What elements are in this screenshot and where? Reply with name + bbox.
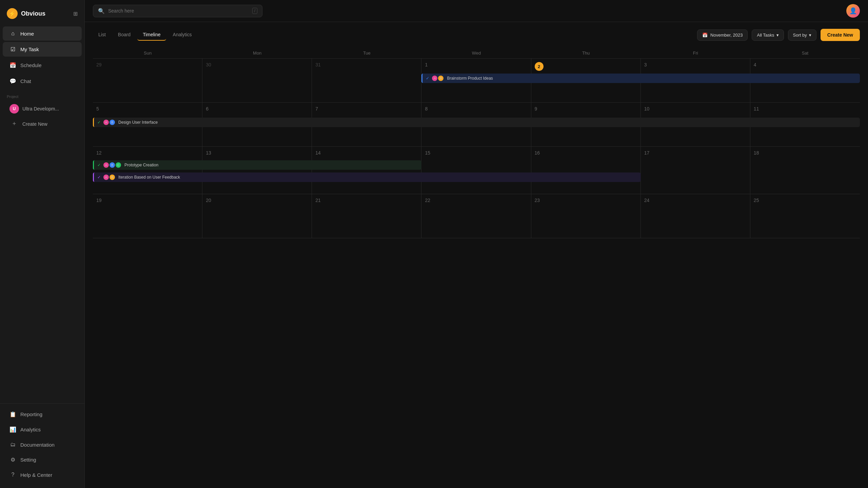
documentation-icon: 🗂 <box>9 442 16 448</box>
project-ultra-dev[interactable]: U Ultra Developm... <box>3 101 82 117</box>
sidebar-item-label: My Task <box>20 46 39 52</box>
sort-button[interactable]: Sort by ▾ <box>788 29 816 41</box>
week-row-4: 19 20 21 22 23 24 25 <box>93 194 860 238</box>
tab-list[interactable]: List <box>93 29 111 41</box>
sidebar-item-documentation[interactable]: 🗂 Documentation <box>3 438 82 452</box>
help-icon: ? <box>9 472 16 478</box>
date-17: 17 <box>644 150 747 156</box>
date-6: 6 <box>206 106 308 111</box>
avatar-2: B <box>438 76 443 81</box>
tab-analytics[interactable]: Analytics <box>167 29 197 41</box>
chat-icon: 💬 <box>9 78 16 84</box>
task-avatars: A B <box>432 76 444 81</box>
week-cell-14: 14 <box>312 147 421 194</box>
week-row-1: 29 30 31 1 2 3 <box>93 59 860 103</box>
create-new-project-button[interactable]: + Create New <box>3 117 82 131</box>
calendar: Sun Mon Tue Wed Thu Fri Sat 29 30 31 <box>93 48 860 481</box>
avatar-2: B <box>110 175 115 180</box>
toolbar: List Board Timeline Analytics 📅 November… <box>93 29 860 41</box>
day-header-fri: Fri <box>641 48 750 58</box>
sidebar-toggle[interactable]: ⊞ <box>73 11 78 17</box>
date-24: 24 <box>644 198 747 203</box>
project-name: Ultra Developm... <box>22 106 59 111</box>
sidebar-item-setting[interactable]: ⚙ Setting <box>3 452 82 467</box>
date-13: 13 <box>206 150 308 156</box>
sidebar-item-chat[interactable]: 💬 Chat <box>3 74 82 88</box>
date-16: 16 <box>535 150 637 156</box>
search-box[interactable]: 🔍 / <box>93 5 262 17</box>
task-check-icon: ✓ <box>426 76 429 81</box>
app-name: Obvious <box>21 10 45 17</box>
tab-board[interactable]: Board <box>113 29 136 41</box>
topbar: 🔍 / 👤 <box>85 0 868 22</box>
filter-button[interactable]: All Tasks ▾ <box>752 29 784 41</box>
week-cell-13: 13 <box>202 147 312 194</box>
calendar-header: Sun Mon Tue Wed Thu Fri Sat <box>93 48 860 59</box>
date-4: 4 <box>754 62 856 67</box>
sidebar-item-analytics[interactable]: 📊 Analytics <box>3 422 82 437</box>
sidebar-item-help[interactable]: ? Help & Center <box>3 468 82 482</box>
task-check-icon: ✓ <box>97 175 101 180</box>
date-2-today: 2 <box>535 62 544 71</box>
avatar-image: 👤 <box>846 4 860 18</box>
sidebar-item-label: Chat <box>20 78 31 84</box>
main-content: 🔍 / 👤 List Board Timeline Analytics 📅 No… <box>85 0 868 488</box>
week-row-3: 12 13 14 15 16 17 18 <box>93 147 860 194</box>
filter-label: All Tasks <box>757 33 774 38</box>
task-brainstorm[interactable]: ✓ A B Brainstorm Product Ideas <box>421 74 860 83</box>
task-iteration[interactable]: ✓ A B Iteration Based on User Feedback <box>93 172 641 182</box>
search-icon: 🔍 <box>98 8 105 14</box>
avatar-1: A <box>103 162 109 168</box>
week-cell-17: 17 <box>641 147 750 194</box>
day-header-tue: Tue <box>312 48 421 58</box>
calendar-icon: 📅 <box>702 33 708 38</box>
task-prototype[interactable]: ✓ A B C Prototype Creation <box>93 160 421 170</box>
search-input[interactable] <box>108 8 249 14</box>
content-area: List Board Timeline Analytics 📅 November… <box>85 22 868 488</box>
avatar-2: B <box>110 162 115 168</box>
day-header-mon: Mon <box>202 48 312 58</box>
date-picker-button[interactable]: 📅 November, 2023 <box>697 29 748 41</box>
task-avatars: A B <box>103 120 116 125</box>
chevron-down-icon: ▾ <box>809 33 811 38</box>
avatar-1: A <box>103 175 109 180</box>
task-avatars: A B <box>103 175 116 180</box>
date-label: November, 2023 <box>710 33 743 38</box>
date-18: 18 <box>754 150 856 156</box>
task-design-ui[interactable]: ✓ A B Design User Interface <box>93 118 860 127</box>
week-cell-31: 31 <box>312 59 421 102</box>
sidebar-item-label: Documentation <box>20 442 55 448</box>
day-header-thu: Thu <box>531 48 641 58</box>
week-cell-20: 20 <box>202 194 312 238</box>
sidebar-item-label: Schedule <box>20 62 42 68</box>
date-19: 19 <box>96 198 199 203</box>
tab-timeline[interactable]: Timeline <box>137 29 166 41</box>
sidebar-item-label: Setting <box>20 457 36 463</box>
date-5: 5 <box>96 106 199 111</box>
date-30: 30 <box>206 62 308 67</box>
sidebar-item-reporting[interactable]: 📋 Reporting <box>3 407 82 422</box>
logo-icon: ⚡ <box>7 8 18 19</box>
sidebar: ⚡ Obvious ⊞ ⌂ Home ☑ My Task 📅 Schedule … <box>0 0 85 488</box>
date-8: 8 <box>425 106 527 111</box>
create-new-button[interactable]: Create New <box>821 29 860 41</box>
week-cell-22: 22 <box>421 194 531 238</box>
reporting-icon: 📋 <box>9 411 16 418</box>
sidebar-item-my-task[interactable]: ☑ My Task <box>3 42 82 57</box>
day-header-sun: Sun <box>93 48 202 58</box>
week-cell-18: 18 <box>750 147 860 194</box>
search-shortcut: / <box>252 8 257 14</box>
date-7: 7 <box>315 106 418 111</box>
project-icon: U <box>9 104 19 114</box>
date-31: 31 <box>315 62 418 67</box>
week-cell-12: 12 <box>93 147 202 194</box>
date-10: 10 <box>644 106 747 111</box>
sidebar-item-schedule[interactable]: 📅 Schedule <box>3 58 82 73</box>
topbar-right: 👤 <box>846 4 860 18</box>
avatar[interactable]: 👤 <box>846 4 860 18</box>
sidebar-item-home[interactable]: ⌂ Home <box>3 26 82 41</box>
setting-icon: ⚙ <box>9 456 16 463</box>
create-new-label: Create New <box>22 121 47 127</box>
plus-icon: + <box>9 120 19 127</box>
toolbar-right: 📅 November, 2023 All Tasks ▾ Sort by ▾ C… <box>697 29 860 41</box>
